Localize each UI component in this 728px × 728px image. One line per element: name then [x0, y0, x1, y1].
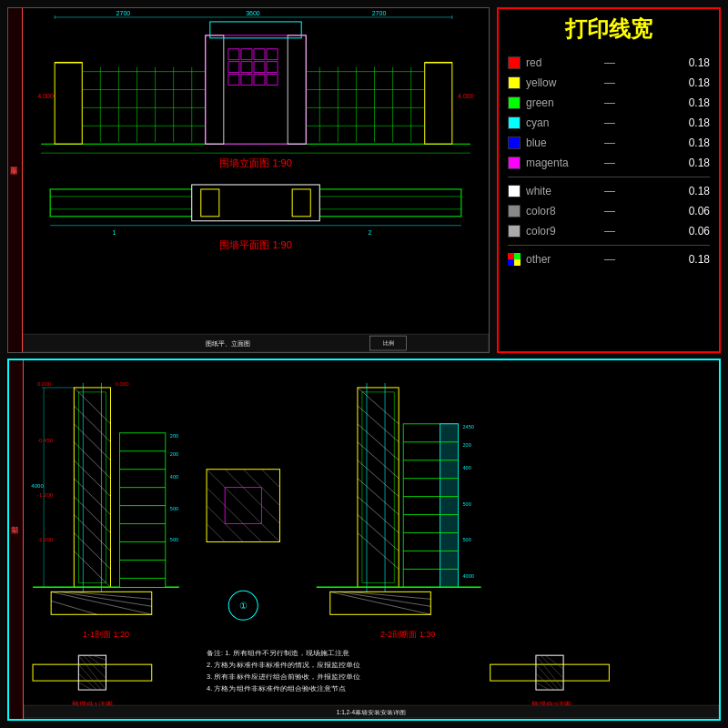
yellow-swatch — [508, 76, 521, 89]
svg-text:2700: 2700 — [372, 10, 387, 16]
other-dash: — — [604, 253, 677, 266]
svg-text:2. 方格为标准件非标准件的情况，应报监控单位: 2. 方格为标准件非标准件的情况，应报监控单位 — [207, 661, 360, 669]
svg-text:400: 400 — [170, 474, 178, 480]
svg-text:3. 所有非标件应进行组合前验收，并报监控单位: 3. 所有非标件应进行组合前验收，并报监控单位 — [207, 672, 360, 681]
svg-text:围墙立面图 1:90: 围墙立面图 1:90 — [219, 157, 292, 168]
top-row: 立面图 — [7, 7, 721, 353]
svg-text:4000: 4000 — [31, 483, 44, 489]
svg-rect-66 — [508, 253, 514, 259]
other-label: other — [526, 253, 599, 266]
legend-panel: 打印线宽 red — 0.18 yellow — 0.18 green — 0.… — [497, 7, 721, 353]
svg-rect-95 — [120, 433, 166, 588]
svg-text:图纸平、立面图: 图纸平、立面图 — [206, 340, 250, 347]
cyan-dash: — — [604, 116, 677, 129]
blue-label: blue — [526, 136, 599, 149]
magenta-value: 0.18 — [682, 157, 710, 169]
color9-label: color9 — [526, 225, 599, 238]
section1-title: 1-1剖面 1:20 — [83, 630, 129, 639]
svg-text:4000: 4000 — [463, 573, 474, 579]
svg-rect-139 — [440, 424, 458, 588]
side-label-top: 立面图 — [8, 8, 23, 352]
svg-text:-0.450: -0.450 — [37, 438, 54, 443]
svg-rect-69 — [514, 259, 521, 266]
green-value: 0.18 — [682, 96, 710, 109]
svg-text:0.000: 0.000 — [116, 381, 130, 387]
blue-dash: — — [604, 136, 677, 149]
svg-text:500: 500 — [170, 506, 178, 511]
color8-label: color8 — [526, 205, 599, 217]
legend-title: 打印线宽 — [508, 15, 710, 44]
legend-item-color8: color8 — 0.06 — [508, 205, 710, 217]
yellow-value: 0.18 — [682, 76, 710, 89]
green-dash: — — [604, 96, 677, 109]
color9-swatch — [508, 225, 521, 238]
svg-text:200: 200 — [463, 442, 471, 448]
svg-text:2: 2 — [369, 229, 372, 236]
svg-text:①: ① — [239, 601, 248, 611]
color8-swatch — [508, 205, 521, 217]
magenta-label: magenta — [526, 157, 599, 169]
svg-text:400: 400 — [463, 465, 471, 470]
yellow-label: yellow — [526, 76, 599, 89]
white-label: white — [526, 185, 599, 197]
svg-text:200: 200 — [170, 433, 178, 439]
side-label-bottom: 详图 — [9, 360, 24, 719]
svg-text:500: 500 — [170, 538, 178, 543]
legend-item-green: green — 0.18 — [508, 96, 710, 109]
legend-item-magenta: magenta — 0.18 — [508, 157, 710, 169]
top-drawing-panel: 立面图 — [7, 7, 490, 353]
magenta-dash: — — [604, 157, 677, 169]
svg-text:4. 方格为组件非标准件的组合验收注意节点: 4. 方格为组件非标准件的组合验收注意节点 — [207, 684, 346, 693]
legend-item-blue: blue — 0.18 — [508, 136, 710, 149]
legend-item-red: red — 0.18 — [508, 56, 710, 69]
svg-text:4.000: 4.000 — [458, 94, 474, 100]
section2-title: 2-2剖断面 1:30 — [380, 630, 435, 639]
magenta-swatch — [508, 157, 521, 169]
color9-dash: — — [604, 225, 677, 238]
svg-text:3600: 3600 — [246, 10, 260, 16]
legend-item-white: white — 0.18 — [508, 185, 710, 197]
blue-swatch — [508, 136, 521, 149]
cyan-value: 0.18 — [682, 116, 710, 129]
red-value: 0.18 — [682, 56, 710, 69]
svg-text:500: 500 — [463, 538, 471, 543]
svg-text:备注: 1. 所有组件不另行制造，现场施工注意: 备注: 1. 所有组件不另行制造，现场施工注意 — [207, 649, 349, 657]
legend-divider2 — [508, 245, 710, 246]
main-container: 立面图 — [0, 0, 728, 728]
red-dash: — — [604, 56, 677, 69]
legend-divider — [508, 177, 710, 177]
svg-rect-68 — [508, 259, 514, 266]
svg-rect-67 — [514, 253, 521, 259]
svg-text:500: 500 — [463, 501, 471, 507]
svg-text:2450: 2450 — [463, 424, 474, 430]
svg-text:4.000: 4.000 — [37, 94, 54, 100]
color8-dash: — — [604, 205, 677, 217]
svg-text:200: 200 — [170, 451, 178, 457]
yellow-dash: — — [604, 76, 677, 89]
other-value: 0.18 — [682, 253, 710, 266]
color9-value: 0.06 — [682, 225, 710, 238]
cyan-swatch — [508, 116, 521, 129]
white-value: 0.18 — [682, 185, 710, 197]
legend-item-color9: color9 — 0.06 — [508, 225, 710, 238]
white-dash: — — [604, 185, 677, 197]
bottom-drawing-panel: 详图 — [7, 359, 721, 721]
svg-text:2700: 2700 — [116, 10, 131, 16]
legend-item-yellow: yellow — 0.18 — [508, 76, 710, 89]
red-swatch — [508, 56, 521, 69]
top-cad-svg: 2700 3600 2700 4.000 4.000 围墙立面图 1:90 — [23, 8, 489, 352]
svg-rect-62 — [23, 334, 489, 352]
color8-value: 0.06 — [682, 205, 710, 217]
top-drawing-area: 2700 3600 2700 4.000 4.000 围墙立面图 1:90 — [23, 8, 489, 352]
cyan-label: cyan — [526, 116, 599, 129]
other-icon — [508, 253, 521, 266]
green-swatch — [508, 96, 521, 109]
legend-item-other: other — 0.18 — [508, 253, 710, 266]
red-label: red — [526, 56, 599, 69]
green-label: green — [526, 96, 599, 109]
bottom-scale: 1:1,2-4幕墙安装安装详图 — [337, 709, 407, 715]
svg-text:0.000: 0.000 — [37, 381, 52, 387]
svg-text:-2.000: -2.000 — [37, 538, 54, 543]
svg-text:1: 1 — [112, 229, 116, 236]
bottom-cad-svg: 4000 — [24, 360, 719, 719]
